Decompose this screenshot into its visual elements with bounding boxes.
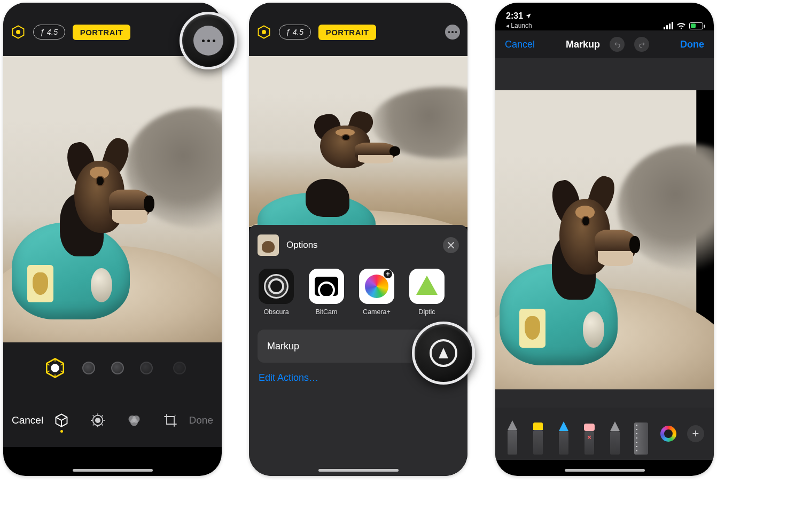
- svg-line-16: [93, 416, 94, 417]
- aperture-pill[interactable]: ƒ 4.5: [33, 25, 65, 40]
- portrait-badge[interactable]: PORTRAIT: [318, 25, 377, 40]
- undo-button[interactable]: [610, 37, 625, 52]
- svg-line-6: [48, 364, 50, 365]
- svg-point-3: [51, 364, 59, 372]
- tool-pencil[interactable]: [556, 413, 571, 455]
- home-indicator[interactable]: [73, 469, 153, 472]
- status-bar: 2:31 ◂ Launch: [495, 3, 714, 30]
- callout-more-button: [180, 12, 237, 69]
- svg-line-17: [102, 425, 103, 426]
- lighting-option-5[interactable]: [173, 362, 186, 374]
- app-obscura[interactable]: Obscura: [258, 269, 295, 316]
- sheet-title: Options: [286, 240, 318, 251]
- screen-options-sheet: ƒ 4.5 PORTRAIT Options Obscura BitCam Ca…: [249, 3, 467, 476]
- screen-markup: 2:31 ◂ Launch Cancel Markup Done: [495, 3, 714, 476]
- adjust-tab-icon[interactable]: [90, 413, 105, 428]
- app-bitcam[interactable]: BitCam: [308, 269, 345, 316]
- canvas-top-gap: [495, 58, 714, 90]
- markup-icon: [430, 339, 457, 367]
- svg-point-24: [262, 30, 266, 34]
- svg-line-7: [60, 371, 63, 372]
- svg-point-1: [16, 30, 20, 34]
- status-time: 2:31: [506, 11, 532, 21]
- filters-tab-icon[interactable]: [127, 413, 142, 428]
- home-indicator[interactable]: [565, 469, 645, 472]
- edit-bottom-bar: Cancel Done: [3, 394, 222, 447]
- more-icon: [193, 26, 223, 56]
- tool-marker[interactable]: [531, 413, 545, 455]
- tool-eraser[interactable]: [582, 413, 597, 455]
- callout-markup-icon: [412, 322, 475, 385]
- app-pix[interactable]: Pix: [458, 269, 459, 316]
- app-cameraplus[interactable]: Camera+: [358, 269, 395, 316]
- lighting-option-selected[interactable]: [44, 357, 66, 379]
- back-to-app[interactable]: ◂ Launch: [506, 22, 532, 29]
- svg-line-8: [48, 371, 50, 372]
- close-sheet-button[interactable]: [443, 237, 459, 253]
- markup-canvas[interactable]: [495, 90, 714, 389]
- tool-lasso[interactable]: [607, 413, 622, 455]
- photo-preview: [249, 56, 467, 227]
- lighting-tab-icon[interactable]: [54, 413, 69, 428]
- markup-nav-bar: Cancel Markup Done: [495, 30, 714, 58]
- tool-ruler[interactable]: [633, 413, 649, 455]
- extension-apps-row[interactable]: Obscura BitCam Camera+ Diptic Pix: [258, 269, 459, 316]
- more-button[interactable]: [445, 25, 460, 40]
- markup-tool-tray: +: [495, 408, 714, 460]
- portrait-lighting-icon[interactable]: [11, 25, 26, 40]
- screen-edit-photo: ƒ 4.5 PORTRAIT Cancel: [3, 3, 222, 476]
- cancel-button[interactable]: Cancel: [12, 414, 43, 426]
- sheet-thumbnail: [258, 234, 279, 256]
- portrait-badge[interactable]: PORTRAIT: [73, 25, 131, 40]
- markup-title: Markup: [566, 39, 600, 50]
- lighting-options-strip: [3, 342, 222, 394]
- photo-preview: [3, 56, 222, 342]
- svg-line-18: [93, 425, 94, 426]
- tool-pen[interactable]: [505, 413, 520, 455]
- battery-icon: [689, 22, 703, 29]
- crop-tab-icon[interactable]: [163, 413, 178, 428]
- aperture-pill[interactable]: ƒ 4.5: [279, 25, 311, 40]
- svg-line-19: [102, 416, 103, 417]
- cellular-icon: [664, 22, 673, 29]
- portrait-lighting-icon[interactable]: [256, 25, 271, 40]
- markup-action-label: Markup: [267, 341, 299, 352]
- lighting-option-3[interactable]: [111, 362, 124, 374]
- canvas-bottom-gap: [495, 389, 714, 408]
- lighting-option-4[interactable]: [140, 362, 153, 374]
- svg-point-11: [96, 418, 100, 423]
- done-button[interactable]: Done: [680, 39, 704, 50]
- svg-line-9: [60, 364, 63, 365]
- redo-button[interactable]: [634, 37, 649, 52]
- lighting-option-2[interactable]: [82, 362, 95, 374]
- app-diptic[interactable]: Diptic: [408, 269, 446, 316]
- wifi-icon: [676, 22, 686, 29]
- edit-top-bar: ƒ 4.5 PORTRAIT: [249, 3, 467, 56]
- cancel-button[interactable]: Cancel: [505, 39, 535, 50]
- home-indicator[interactable]: [318, 469, 399, 472]
- svg-point-22: [130, 419, 138, 426]
- location-icon: [525, 13, 532, 19]
- add-shape-button[interactable]: +: [687, 425, 704, 442]
- done-button[interactable]: Done: [189, 414, 213, 426]
- color-picker-button[interactable]: [660, 426, 676, 442]
